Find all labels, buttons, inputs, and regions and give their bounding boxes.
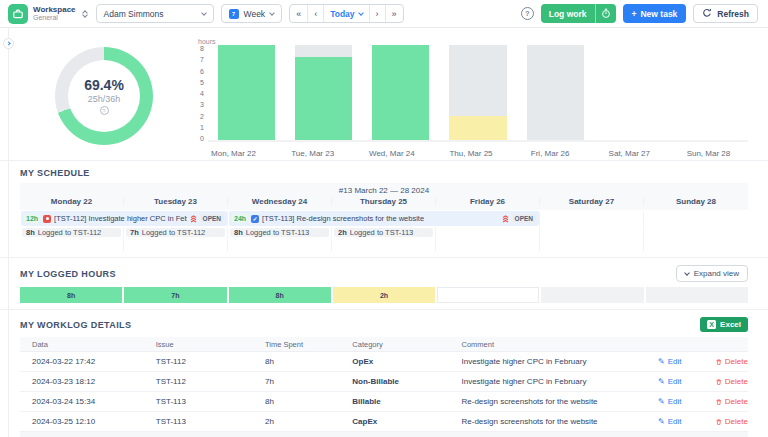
chart-bar-slot <box>517 45 594 140</box>
pencil-icon: ✎ <box>658 377 665 386</box>
worklog-row: 2024-03-22 17:42 TST-112 8h OpEx Investi… <box>20 352 748 372</box>
edit-button[interactable]: ✎Edit <box>658 357 704 366</box>
logged-hours-cell: 7h <box>124 287 226 303</box>
next-week-button[interactable]: › <box>370 5 386 22</box>
last-week-button[interactable]: » <box>386 5 403 22</box>
day-header: Monday 22 <box>20 197 124 206</box>
logged-entry[interactable]: 8hLogged to TST-112 <box>22 228 121 237</box>
chart-bar-slot <box>439 45 516 140</box>
workspace-selector[interactable]: Workspace General <box>8 4 89 24</box>
y-axis-label: hours <box>198 38 748 45</box>
chart-bar <box>604 45 661 140</box>
pencil-icon: ✎ <box>658 357 665 366</box>
x-axis-labels: Mon, Mar 22Tue, Mar 23 Wed, Mar 24Thu, M… <box>194 149 748 158</box>
worklog-section-title: MY WORKLOG DETAILS <box>20 320 131 330</box>
weekly-bar-chart: hours 87 65 43 21 0 Mon, Mar 22Tue, Mar … <box>194 34 748 158</box>
chart-bar-segment-logged-full <box>295 57 352 140</box>
stopwatch-icon[interactable] <box>595 4 616 23</box>
chart-bar-segment-logged-full <box>218 45 275 140</box>
trash-icon <box>716 398 722 406</box>
logged-hours-cell: 8h <box>20 287 122 303</box>
status-badge: OPEN <box>512 214 536 223</box>
excel-icon: X <box>707 320 716 329</box>
chart-bar-slot <box>671 45 748 140</box>
date-nav-group: « ‹ Today › » <box>289 4 403 23</box>
expand-view-button[interactable]: Expand view <box>676 265 748 282</box>
plus-icon: + <box>632 9 637 19</box>
refresh-button[interactable]: Refresh <box>693 4 758 23</box>
user-select-value: Adam Simmons <box>104 9 164 19</box>
edit-button[interactable]: ✎Edit <box>658 397 704 406</box>
chevron-down-icon <box>358 10 364 16</box>
logged-hours-cell: 2h <box>333 287 435 303</box>
chart-bar-segment-scheduled-remaining <box>295 45 352 57</box>
task-title: [TST-113] Re-design screenshots for the … <box>262 214 424 223</box>
schedule-task-row: 12h [TST-112] Investigate higher CPC in … <box>20 210 748 227</box>
chevron-down-icon <box>684 270 690 276</box>
edit-button[interactable]: ✎Edit <box>658 417 704 426</box>
delete-button[interactable]: Delete <box>716 377 748 386</box>
chart-bar <box>218 45 275 140</box>
trash-icon <box>716 378 722 386</box>
day-header: Wednesday 24 <box>228 197 332 206</box>
chart-bar <box>527 45 584 140</box>
status-badge: OPEN <box>200 214 224 223</box>
day-header: Saturday 27 <box>540 197 644 206</box>
chevron-updown-icon <box>81 11 89 17</box>
chart-bar <box>681 45 738 140</box>
delete-button[interactable]: Delete <box>716 357 748 366</box>
task-bar-tst-112[interactable]: 12h [TST-112] Investigate higher CPC in … <box>21 211 227 226</box>
chart-bar-slot <box>208 45 285 140</box>
help-icon[interactable]: ? <box>100 106 109 115</box>
task-title: [TST-112] Investigate higher CPC in Febr… <box>54 214 187 223</box>
chart-bar <box>449 45 506 140</box>
worklog-total-row: Total time logged: 22h <box>20 432 748 437</box>
logged-entry[interactable]: 7hLogged to TST-112 <box>126 228 225 237</box>
prev-week-button[interactable]: ‹ <box>308 5 324 22</box>
delete-button[interactable]: Delete <box>716 397 748 406</box>
sidebar-expand-icon[interactable] <box>3 38 14 49</box>
logged-hours-strip: 8h7h8h2h <box>20 287 748 303</box>
today-button[interactable]: Today <box>324 5 369 22</box>
task-bar-tst-113[interactable]: 24h ✓ [TST-113] Re-design screenshots fo… <box>229 211 539 226</box>
app-window: Workspace General Adam Simmons 7 Week « … <box>0 0 768 437</box>
excel-export-button[interactable]: X Excel <box>700 317 748 332</box>
log-work-button[interactable]: Log work <box>541 4 616 23</box>
edit-button[interactable]: ✎Edit <box>658 377 704 386</box>
chart-bar-slot <box>594 45 671 140</box>
workspace-value: General <box>33 14 76 21</box>
sidebar-divider <box>8 28 9 437</box>
chart-bar-segment-logged-partial <box>449 116 506 140</box>
first-week-button[interactable]: « <box>290 5 308 22</box>
bug-icon <box>43 215 51 223</box>
overview-panel: 69.4% 25h/36h ? hours 87 65 43 21 0 Mon, <box>0 28 768 160</box>
logged-entry[interactable]: 2hLogged to TST-113 <box>334 228 433 237</box>
progress-donut-chart: 69.4% 25h/36h ? <box>55 47 153 145</box>
schedule-calendar: #13 March 22 — 28 2024 Monday 22 Tuesday… <box>20 183 748 251</box>
day-header: Tuesday 23 <box>124 197 228 206</box>
worklog-table-header: Data Issue Time Spent Category Comment <box>20 337 748 352</box>
priority-highest-icon <box>502 215 509 223</box>
worklog-row: 2024-03-23 18:12 TST-112 7h Non-Billable… <box>20 372 748 392</box>
logged-hours-cell <box>646 287 748 303</box>
delete-button[interactable]: Delete <box>716 417 748 426</box>
period-select[interactable]: 7 Week <box>221 4 283 23</box>
new-task-button[interactable]: + New task <box>623 4 687 23</box>
week-range-label: #13 March 22 — 28 2024 <box>20 183 748 196</box>
bar-chart-plot <box>208 45 748 142</box>
refresh-icon <box>702 8 712 20</box>
chart-bar-slot <box>362 45 439 140</box>
logged-entry[interactable]: 8hLogged to TST-113 <box>230 228 329 237</box>
help-icon[interactable]: ? <box>521 7 534 20</box>
chevron-down-icon <box>201 10 207 16</box>
worklog-table: Data Issue Time Spent Category Comment 2… <box>20 337 748 437</box>
schedule-section-title: MY SCHEDULE <box>20 168 90 178</box>
pencil-icon: ✎ <box>658 417 665 426</box>
y-axis-ticks: 87 65 43 21 0 <box>194 45 208 142</box>
user-select[interactable]: Adam Simmons <box>96 4 214 23</box>
pencil-icon: ✎ <box>658 397 665 406</box>
chevron-down-icon <box>269 10 275 16</box>
trash-icon <box>716 358 722 366</box>
workspace-label: Workspace <box>33 6 76 14</box>
schedule-logged-row: 8hLogged to TST-112 7hLogged to TST-112 … <box>20 227 748 242</box>
